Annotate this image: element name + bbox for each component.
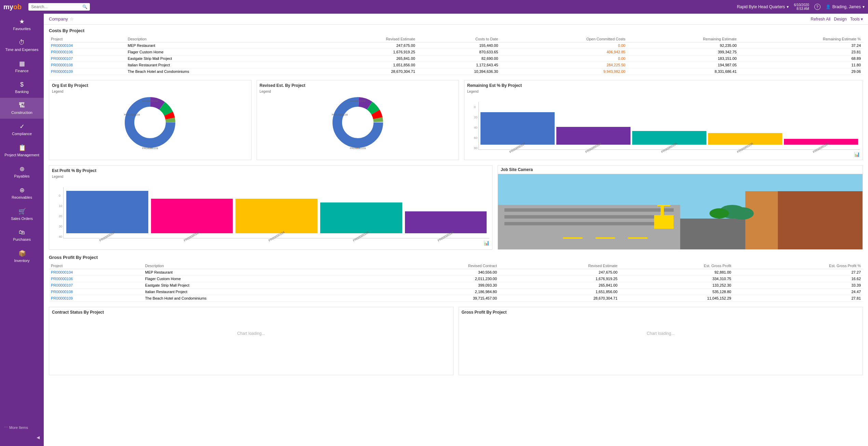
project-link[interactable]: PR00000106 xyxy=(49,49,126,55)
bar-PR00000106: PR00000106 xyxy=(708,133,782,149)
col-est-gross-profit: Est. Gross Profit xyxy=(620,263,733,269)
content-header: Company ☆ Refresh All Design Tools ▾ xyxy=(44,14,868,25)
jobsite-camera-panel: Job Site Camera xyxy=(498,165,863,250)
construction-icon: 🏗 xyxy=(18,102,25,109)
tools-button[interactable]: Tools ▾ xyxy=(850,17,863,22)
revised-est: 265,841.00 xyxy=(499,282,620,289)
svg-rect-34 xyxy=(628,237,648,239)
est-profit-chart-panel: Est Profit % By Project Legend 403020100… xyxy=(49,165,492,250)
project-link[interactable]: PR00000104 xyxy=(49,269,143,276)
sidebar-item-more-items[interactable]: ⋯ More Items xyxy=(0,422,44,432)
description: Eastgate Strip Mall Project xyxy=(143,282,380,289)
chevron-left-icon: ◀ xyxy=(37,435,40,440)
sidebar-item-payables[interactable]: ⊕ Payables xyxy=(0,161,44,182)
est-gross-profit: 92,881.00 xyxy=(620,269,733,276)
bar-PR00000106: PR00000106 xyxy=(405,211,487,238)
search-input[interactable] xyxy=(31,4,82,9)
refresh-all-button[interactable]: Refresh All xyxy=(811,17,830,22)
sidebar-item-banking[interactable]: $ Banking xyxy=(0,77,44,98)
bottom-charts-row: Contract Status By Project Chart loading… xyxy=(49,307,863,375)
revised-est: 28,670,304.71 xyxy=(499,295,620,302)
content-area: Company ☆ Refresh All Design Tools ▾ Cos… xyxy=(44,14,868,446)
bar-PR00000109: PR00000109 xyxy=(151,199,233,238)
svg-rect-23 xyxy=(504,208,674,212)
svg-text:PR00000106: PR00000106 xyxy=(142,100,158,103)
bar-PR00000109: PR00000109 xyxy=(632,131,706,149)
open-committed: 0.00 xyxy=(500,55,627,62)
remaining-pct: 23.81 xyxy=(739,49,863,55)
project-link[interactable]: PR00000107 xyxy=(49,55,126,62)
sidebar-collapse-button[interactable]: ◀ xyxy=(0,432,44,443)
sidebar-item-time-expenses[interactable]: ⏱ Time and Expenses xyxy=(0,35,44,56)
remaining-est-legend: Legend xyxy=(467,90,860,93)
col-remaining-pct: Remaining Estimate % xyxy=(739,36,863,42)
user-menu[interactable]: 👤 Brading, James ▾ xyxy=(826,4,865,9)
search-box[interactable]: 🔍 xyxy=(28,3,90,11)
sidebar-item-compliance[interactable]: ✓ Compliance xyxy=(0,119,44,140)
nav-right: Rapid Byte Head Quarters ▾ 6/10/2020 8:5… xyxy=(737,3,865,11)
sidebar-item-favourites[interactable]: ★ Favourites xyxy=(0,14,44,35)
grid-icon: ▦ xyxy=(18,60,25,67)
org-est-donut: PR00000106 PR00000109 PR00000108 xyxy=(52,95,248,150)
bar-PR00000107: PR00000107 xyxy=(66,191,148,238)
svg-rect-27 xyxy=(661,205,664,219)
table-row: PR00000106 Flager Custom Home 2,011,230.… xyxy=(49,276,863,282)
revised-contract: 2,011,230.00 xyxy=(380,276,499,282)
circle-plus-icon: ⊕ xyxy=(18,165,25,173)
camera-feed xyxy=(498,174,863,249)
cart-icon: 🛒 xyxy=(18,208,25,215)
col-description: Description xyxy=(126,36,319,42)
est-gross-profit: 11,045,152.29 xyxy=(620,295,733,302)
main-layout: ★ Favourites ⏱ Time and Expenses ▦ Finan… xyxy=(0,14,868,446)
bag-icon: 🛍 xyxy=(18,229,25,236)
sidebar-item-inventory[interactable]: 📦 Inventory xyxy=(0,246,44,267)
contract-status-chart-panel: Contract Status By Project Chart loading… xyxy=(49,307,453,375)
table-row: PR00000104 MEP Restaurant 247,675.00 155… xyxy=(49,42,863,49)
project-link[interactable]: PR00000109 xyxy=(49,295,143,302)
chart-placeholder: Chart loading... xyxy=(237,331,265,336)
circle-plus-icon: ⊕ xyxy=(18,186,25,194)
open-committed: 9,943,982.00 xyxy=(500,68,627,75)
bar-PR00000104: PR00000104 xyxy=(556,127,630,149)
sidebar-item-construction[interactable]: 🏗 Construction xyxy=(0,98,44,119)
description: The Beach Hotel and Condominiums xyxy=(126,68,319,75)
help-icon[interactable]: ? xyxy=(814,4,820,10)
check-icon: ✓ xyxy=(18,123,25,130)
project-link[interactable]: PR00000109 xyxy=(49,68,126,75)
project-link[interactable]: PR00000104 xyxy=(49,42,126,49)
project-link[interactable]: PR00000106 xyxy=(49,276,143,282)
bar-PR00000108: PR00000108 xyxy=(784,139,858,149)
sidebar-item-receivables[interactable]: ⊕ Receivables xyxy=(0,182,44,204)
costs-section-title: Costs By Project xyxy=(49,28,863,33)
company-selector[interactable]: Rapid Byte Head Quarters ▾ xyxy=(737,4,789,9)
sidebar-item-label: Favourites xyxy=(13,27,30,31)
sidebar-item-finance[interactable]: ▦ Finance xyxy=(0,56,44,77)
costs-to-date: 82,690.00 xyxy=(417,55,500,62)
remaining-est: 399,342.75 xyxy=(627,49,739,55)
sidebar-item-sales-orders[interactable]: 🛒 Sales Orders xyxy=(0,204,44,225)
project-link[interactable]: PR00000107 xyxy=(49,282,143,289)
remaining-pct: 68.89 xyxy=(739,55,863,62)
contract-status-chart: Chart loading... xyxy=(52,316,450,351)
project-link[interactable]: PR00000108 xyxy=(49,289,143,295)
sidebar-item-label: More Items xyxy=(9,425,28,430)
dashboard: Costs By Project Project Description Rev… xyxy=(44,25,868,384)
open-committed: 406,942.85 xyxy=(500,49,627,55)
breadcrumb-star[interactable]: ☆ xyxy=(70,16,74,22)
sidebar-item-project-management[interactable]: 📋 Project Management xyxy=(0,140,44,161)
svg-point-5 xyxy=(140,112,160,133)
revised-est: 1,651,856.00 xyxy=(319,62,417,68)
project-link[interactable]: PR00000108 xyxy=(49,62,126,68)
box-icon: 📦 xyxy=(18,250,25,257)
est-profit-bar-chart: PR00000107 PR00000109 PR00000104 xyxy=(63,187,489,238)
datetime-display: 6/10/2020 8:53 AM xyxy=(794,3,809,11)
design-button[interactable]: Design xyxy=(834,17,846,22)
revised-est: 247,675.00 xyxy=(319,42,417,49)
breadcrumb-company[interactable]: Company xyxy=(49,16,68,22)
bar-fill xyxy=(405,211,487,233)
chart-icon: 📊 xyxy=(484,240,489,246)
table-row: PR00000109 The Beach Hotel and Condomini… xyxy=(49,295,863,302)
est-gross-profit-pct: 24.47 xyxy=(733,289,863,295)
col-description: Description xyxy=(143,263,380,269)
sidebar-item-purchases[interactable]: 🛍 Purchases xyxy=(0,225,44,246)
